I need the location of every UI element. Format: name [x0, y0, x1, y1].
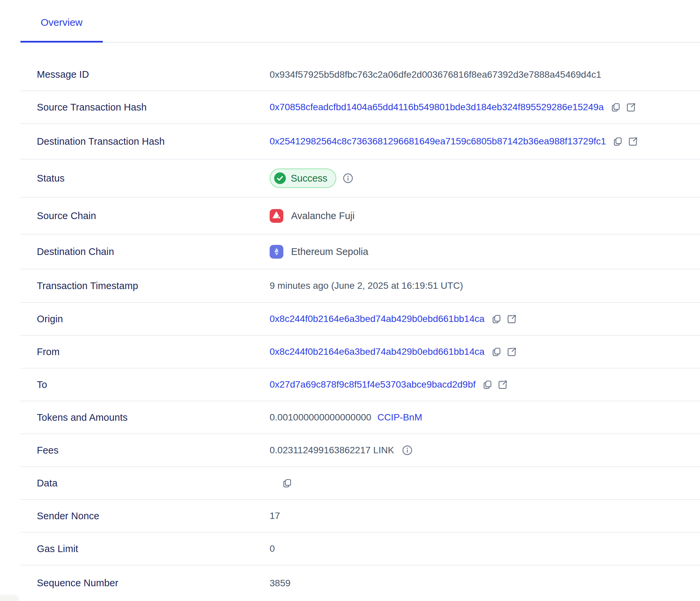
row-value-cell: 9 minutes ago (June 2, 2025 at 16:19:51 …: [270, 280, 463, 291]
row-value-cell: Avalanche Fuji: [270, 209, 355, 223]
hash-link[interactable]: 0x8c244f0b2164e6a3bed74ab429b0ebd661bb14…: [270, 314, 485, 324]
row-value-cell: 0x27d7a69c878f9c8f51f4e53703abce9bacd2d9…: [270, 379, 508, 390]
status-badge: Success: [270, 169, 336, 188]
info-icon[interactable]: [342, 173, 354, 184]
table-row: Sequence Number3859: [20, 566, 700, 601]
row-label: Transaction Timestamp: [20, 280, 138, 292]
row-label: Origin: [20, 314, 63, 325]
table-row: Gas Limit0: [20, 533, 700, 566]
row-value-cell: 0x25412982564c8c7363681296681649ea7159c6…: [270, 136, 638, 147]
row-value-cell: [270, 478, 292, 489]
row-value-cell: 0.023112499163862217 LINK: [270, 445, 413, 456]
row-value: 9 minutes ago (June 2, 2025 at 16:19:51 …: [270, 280, 463, 291]
row-value-cell: 0x70858cfeadcfbd1404a65dd4116b549801bde3…: [270, 102, 636, 112]
check-circle-icon: [274, 172, 286, 184]
row-value-cell: Ethereum Sepolia: [270, 245, 369, 259]
tab-overview[interactable]: Overview: [20, 17, 103, 43]
chain-cell: Ethereum Sepolia: [270, 245, 369, 259]
hash-link[interactable]: 0x25412982564c8c7363681296681649ea7159c6…: [270, 136, 606, 147]
row-label: Data: [20, 478, 58, 489]
chain-name: Ethereum Sepolia: [291, 246, 369, 257]
table-row: Tokens and Amounts0.001000000000000000CC…: [20, 401, 700, 434]
ccip-transaction-overview-page: Overview Message ID0x934f57925b5d8fbc763…: [0, 0, 700, 601]
hash-link[interactable]: 0x70858cfeadcfbd1404a65dd4116b549801bde3…: [270, 102, 604, 112]
table-row: Origin0x8c244f0b2164e6a3bed74ab429b0ebd6…: [20, 303, 700, 336]
table-row: Message ID0x934f57925b5d8fbc763c2a06dfe2…: [20, 59, 700, 91]
token-link[interactable]: CCIP-BnM: [377, 412, 422, 423]
row-value-cell: 0: [270, 543, 275, 554]
chain-name: Avalanche Fuji: [291, 210, 355, 221]
row-label: Source Chain: [20, 210, 96, 221]
row-value-cell: 0x934f57925b5d8fbc763c2a06dfe2d003676816…: [270, 69, 601, 80]
copy-icon[interactable]: [482, 380, 493, 390]
row-label: Tokens and Amounts: [20, 412, 128, 423]
copy-icon[interactable]: [491, 314, 502, 324]
info-icon[interactable]: [402, 445, 413, 456]
row-value-cell: 0x8c244f0b2164e6a3bed74ab429b0ebd661bb14…: [270, 346, 517, 357]
row-label: Sequence Number: [20, 578, 118, 589]
row-value-cell: 17: [270, 510, 280, 521]
transaction-details-table: Message ID0x934f57925b5d8fbc763c2a06dfe2…: [0, 59, 700, 601]
row-label: Sender Nonce: [20, 510, 99, 522]
row-value-cell: Success: [270, 169, 354, 188]
copy-icon[interactable]: [612, 136, 623, 147]
row-label: Message ID: [20, 69, 89, 80]
fee-amount: 0.023112499163862217 LINK: [270, 445, 394, 456]
table-row: To0x27d7a69c878f9c8f51f4e53703abce9bacd2…: [20, 369, 700, 401]
row-value-cell: 0x8c244f0b2164e6a3bed74ab429b0ebd661bb14…: [270, 314, 517, 324]
copy-icon[interactable]: [491, 347, 502, 357]
table-row: Fees0.023112499163862217 LINK: [20, 434, 700, 467]
avalanche-icon: [270, 209, 283, 223]
row-label: From: [20, 346, 59, 357]
status-badge-label: Success: [291, 173, 328, 184]
external-link-icon[interactable]: [506, 314, 517, 324]
ethereum-icon: [270, 245, 283, 259]
hash-link[interactable]: 0x8c244f0b2164e6a3bed74ab429b0ebd661bb14…: [270, 346, 485, 357]
row-label: Gas Limit: [20, 543, 78, 554]
copy-icon[interactable]: [282, 478, 292, 489]
row-label: Fees: [20, 445, 58, 456]
hash-link[interactable]: 0x27d7a69c878f9c8f51f4e53703abce9bacd2d9…: [270, 379, 476, 390]
table-row: Status Success: [20, 159, 700, 198]
row-value-cell: 3859: [270, 578, 291, 589]
external-link-icon[interactable]: [626, 102, 636, 112]
corner-widget-sliver: [0, 596, 19, 601]
row-label: Destination Chain: [20, 246, 114, 257]
external-link-icon[interactable]: [506, 347, 517, 357]
row-value: 0x934f57925b5d8fbc763c2a06dfe2d003676816…: [270, 69, 601, 80]
table-row: From0x8c244f0b2164e6a3bed74ab429b0ebd661…: [20, 336, 700, 369]
copy-icon[interactable]: [610, 102, 621, 112]
row-value-cell: 0.001000000000000000CCIP-BnM: [270, 412, 422, 423]
row-value: 0: [270, 543, 275, 554]
row-value: 17: [270, 510, 280, 521]
token-amount: 0.001000000000000000: [270, 412, 371, 423]
row-label: Destination Transaction Hash: [20, 136, 165, 147]
tab-bar: Overview: [0, 0, 700, 43]
table-row: Transaction Timestamp9 minutes ago (June…: [20, 269, 700, 303]
table-row: Source Chain Avalanche Fuji: [20, 198, 700, 234]
row-label: Status: [20, 173, 65, 184]
table-row: Source Transaction Hash0x70858cfeadcfbd1…: [20, 91, 700, 124]
table-row: Sender Nonce17: [20, 500, 700, 533]
row-label: Source Transaction Hash: [20, 102, 147, 113]
row-label: To: [20, 379, 47, 390]
table-row: Data: [20, 467, 700, 500]
table-row: Destination Chain Ethereum Sepolia: [20, 234, 700, 269]
chain-cell: Avalanche Fuji: [270, 209, 355, 223]
table-row: Destination Transaction Hash0x2541298256…: [20, 124, 700, 159]
external-link-icon[interactable]: [628, 136, 638, 147]
external-link-icon[interactable]: [497, 380, 508, 390]
row-value: 3859: [270, 578, 291, 589]
